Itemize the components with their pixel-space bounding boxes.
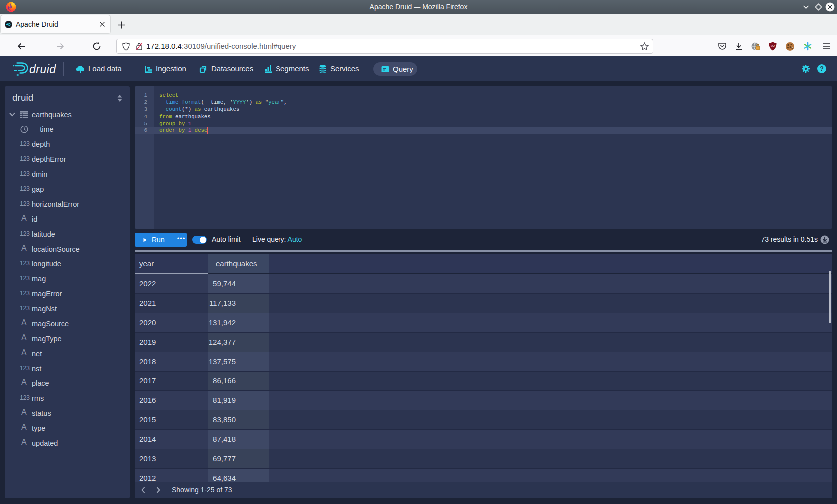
svg-text:uO: uO	[771, 44, 775, 47]
svg-text:?: ?	[820, 65, 824, 72]
